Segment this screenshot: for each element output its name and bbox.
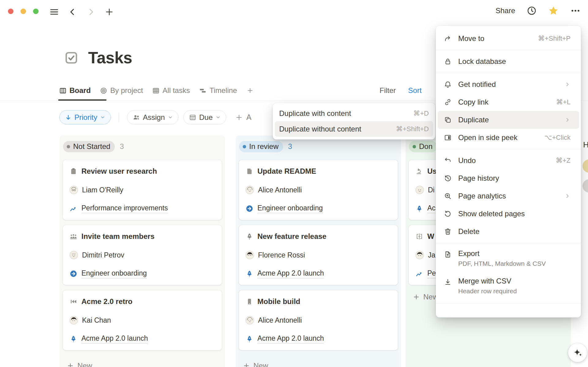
- clipboard-icon: [69, 167, 77, 175]
- menu-item-get-notified[interactable]: Get notified: [436, 76, 581, 93]
- project-link[interactable]: Acme App 2.0 launch: [81, 334, 148, 343]
- project-link[interactable]: Acme App 2.0 launch: [257, 269, 324, 278]
- menu-divider: [436, 73, 581, 73]
- column-count: 3: [120, 142, 124, 151]
- menu-item-show-deleted-pages[interactable]: Show deleted pages: [436, 205, 581, 223]
- rocket-gray-icon: [245, 232, 253, 240]
- minimize-window-icon[interactable]: [21, 9, 26, 14]
- priority-sort-chip[interactable]: Priority: [59, 110, 111, 124]
- duplicate-submenu: Duplicate with content ⌘+D Duplicate wit…: [273, 103, 435, 139]
- back-icon[interactable]: [67, 7, 78, 17]
- project-link[interactable]: Engineer onboarding: [257, 204, 323, 213]
- assignee-name: Alice Antonelli: [258, 186, 302, 194]
- updates-clock-icon[interactable]: [527, 6, 537, 16]
- plus-icon: [67, 362, 74, 367]
- sort-button[interactable]: Sort: [408, 86, 421, 95]
- history-icon: [444, 174, 452, 182]
- arrow-down-icon: [65, 114, 72, 121]
- tab-all-tasks[interactable]: All tasks: [152, 86, 190, 95]
- menu-item-move-to[interactable]: Move to ⌘+Shift+P: [436, 30, 581, 47]
- ai-assistant-button[interactable]: [568, 343, 587, 362]
- favorite-star-icon[interactable]: [548, 6, 559, 16]
- new-task-button[interactable]: New: [63, 359, 92, 367]
- status-badge[interactable]: Not Started: [63, 141, 115, 152]
- assignee-name: Alice Antonelli: [258, 316, 302, 324]
- new-task-button[interactable]: New: [239, 359, 268, 367]
- window-toolbar: Share: [0, 0, 588, 23]
- chevron-right-icon: [564, 193, 571, 199]
- forward-icon[interactable]: [86, 7, 96, 17]
- sidebar-menu-icon[interactable]: [49, 7, 59, 17]
- filter-button[interactable]: Filter: [380, 86, 396, 95]
- arrow-circle-icon: [245, 205, 253, 213]
- task-card[interactable]: Mobile build Alice Antonelli Acme App 2.…: [239, 290, 398, 350]
- status-dot: [243, 145, 246, 148]
- new-tab-icon[interactable]: [104, 7, 114, 17]
- active-tab-underline: [58, 99, 107, 101]
- task-title: Us: [427, 167, 437, 176]
- task-title: Mobile build: [257, 297, 300, 306]
- status-badge[interactable]: In review: [239, 141, 283, 152]
- assign-filter-chip[interactable]: Assign: [127, 110, 178, 124]
- menu-item-merge-with-csv[interactable]: Merge with CSV Header row required: [436, 273, 581, 301]
- menu-item-delete[interactable]: Delete: [436, 223, 581, 240]
- zoom-window-icon[interactable]: [33, 9, 39, 14]
- status-badge[interactable]: Don: [409, 141, 437, 152]
- menu-item-duplicate-with-content[interactable]: Duplicate with content ⌘+D: [275, 106, 433, 121]
- status-dot: [67, 145, 70, 148]
- window-controls: [8, 9, 39, 14]
- menu-item-duplicate[interactable]: Duplicate: [438, 111, 579, 129]
- page-title[interactable]: Tasks: [88, 48, 132, 67]
- restore-icon: [444, 210, 452, 218]
- project-link[interactable]: Engineer onboarding: [81, 269, 147, 278]
- project-link[interactable]: Ac: [427, 204, 436, 213]
- project-link[interactable]: Performance improvements: [81, 204, 168, 213]
- project-link[interactable]: Acme App 2.0 launch: [257, 334, 324, 343]
- add-filter-fragment[interactable]: A: [235, 113, 252, 122]
- sparkle-icon: [572, 347, 583, 358]
- people-icon: [133, 113, 140, 121]
- menu-divider: [436, 149, 581, 149]
- undo-icon: [444, 157, 452, 165]
- project-link[interactable]: Pe: [427, 269, 436, 278]
- task-card[interactable]: Invite team members Dimitri Petrov Engin…: [63, 225, 222, 285]
- menu-item-export[interactable]: Export PDF, HTML, Markdown & CSV: [436, 246, 581, 273]
- column-count: 3: [288, 142, 292, 151]
- task-card[interactable]: Review user research Liam O'Reilly Perfo…: [63, 160, 222, 220]
- avatar: [415, 251, 424, 259]
- add-view-icon[interactable]: [246, 87, 254, 95]
- menu-item-lock-database[interactable]: Lock database: [436, 53, 581, 70]
- menu-divider: [436, 50, 581, 50]
- menu-item-undo[interactable]: Undo ⌘+Z: [436, 152, 581, 169]
- calendar-icon: [189, 113, 197, 121]
- menu-item-subtitle: Header row required: [458, 287, 517, 295]
- menu-item-copy-link[interactable]: Copy link ⌘+L: [436, 93, 581, 111]
- more-options-icon[interactable]: [570, 6, 581, 16]
- avatar: [69, 316, 78, 324]
- task-title: Review user research: [81, 167, 157, 176]
- task-card[interactable]: Update README Alice Antonelli Engineer o…: [239, 160, 398, 220]
- task-card[interactable]: New feature release Florence Rossi Acme …: [239, 225, 398, 285]
- plus-icon: [413, 294, 420, 300]
- tab-by-project[interactable]: By project: [100, 86, 143, 95]
- task-card[interactable]: Acme 2.0 retro Kai Chan Acme App 2.0 lau…: [63, 290, 222, 350]
- due-filter-chip[interactable]: Due: [183, 110, 226, 124]
- tab-timeline[interactable]: Timeline: [199, 86, 237, 95]
- close-window-icon[interactable]: [8, 9, 13, 14]
- avatar: [69, 186, 78, 194]
- assignee-name: Kai Chan: [82, 316, 111, 324]
- menu-item-open-in-side-peek[interactable]: Open in side peek ⌥+Click: [436, 129, 581, 146]
- chevron-down-icon: [215, 115, 221, 120]
- team-icon: [69, 232, 77, 240]
- menu-item-page-history[interactable]: Page history: [436, 169, 581, 187]
- menu-divider: [436, 303, 581, 303]
- plus-icon: [243, 362, 250, 367]
- share-button[interactable]: Share: [496, 6, 515, 15]
- page-checkbox-icon: [64, 50, 79, 65]
- tab-board[interactable]: Board: [59, 86, 91, 95]
- import-csv-icon: [444, 278, 452, 286]
- menu-item-duplicate-without-content[interactable]: Duplicate without content ⌘+Shift+D: [275, 121, 433, 137]
- plus-icon: [235, 114, 243, 121]
- menu-item-page-analytics[interactable]: Page analytics: [436, 187, 581, 205]
- avatar: [582, 179, 588, 193]
